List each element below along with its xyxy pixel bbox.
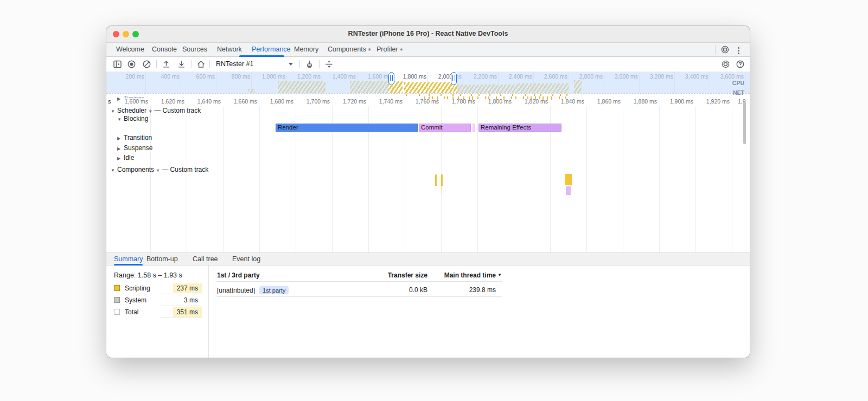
range-handle-left[interactable] <box>388 72 394 85</box>
tab-console[interactable]: Console <box>150 43 179 56</box>
flame-mark[interactable] <box>435 174 437 186</box>
record-button[interactable] <box>127 60 136 69</box>
net-request-tick <box>488 96 489 99</box>
flame-bar-remaining-effects[interactable]: Remaining Effects <box>478 124 561 132</box>
capture-settings-gear-icon[interactable] <box>721 60 730 69</box>
toggle-sidebar-icon[interactable] <box>113 60 122 69</box>
collapsed-triangle-icon[interactable]: ▶ <box>117 156 124 161</box>
party-name: [unattributed]1st party <box>217 286 289 294</box>
tab-components[interactable]: Components ∗ <box>326 43 374 56</box>
track-row-suspense[interactable]: ▶Suspense <box>117 144 152 152</box>
net-request-tick <box>419 94 420 96</box>
vertical-scrollbar[interactable] <box>743 102 746 144</box>
performance-toolbar: RNTester #1 <box>106 57 750 72</box>
collapsed-triangle-icon[interactable]: ▶ <box>117 146 124 151</box>
ruler-tick-label: 1,680 ms <box>269 98 295 105</box>
expanded-triangle-icon[interactable]: ▼ <box>117 117 124 122</box>
flame-mark[interactable] <box>565 174 572 185</box>
tab-sources[interactable]: Sources <box>180 43 209 56</box>
cpu-track-label: CPU <box>732 80 744 86</box>
help-icon[interactable] <box>736 60 745 69</box>
ruler-tick-label: 1,640 ms <box>196 98 222 105</box>
bottom-tab-bottom-up[interactable]: Bottom-up <box>146 253 178 266</box>
track-row-transition[interactable]: ▶Transition <box>117 134 152 141</box>
home-icon[interactable] <box>196 60 206 69</box>
flame-bar-fragment[interactable] <box>473 124 475 132</box>
total-swatch <box>114 309 120 315</box>
tab-performance[interactable]: Performance <box>250 43 293 56</box>
range-label: Range: 1.58 s – 1.93 s <box>114 271 182 279</box>
net-request-tick <box>500 94 501 96</box>
bottom-tab-event-log[interactable]: Event log <box>232 253 260 266</box>
expanded-triangle-icon[interactable]: ▼ <box>111 168 117 173</box>
col-header-mainthread[interactable]: Main thread time <box>436 271 496 279</box>
net-request-tick <box>472 96 473 100</box>
bottom-tab-summary[interactable]: Summary <box>114 253 143 266</box>
net-request-tick <box>539 96 540 99</box>
legend-divider <box>161 294 202 294</box>
net-request-tick <box>496 96 497 100</box>
flame-gridline <box>150 106 151 253</box>
net-request-tick <box>424 96 425 99</box>
flame-mark[interactable] <box>441 186 442 193</box>
stray-label-fragment: s <box>108 98 111 105</box>
ruler-tick-label: 1,840 ms <box>560 98 585 105</box>
timeline-overview[interactable]: 200 ms400 ms600 ms800 ms1,000 ms1,200 ms… <box>106 72 750 96</box>
sort-descending-icon[interactable]: ▼ <box>497 273 502 277</box>
net-request-tick <box>441 94 442 96</box>
net-request-tick <box>531 96 532 99</box>
toolbar-divider <box>209 60 210 68</box>
flame-bar-render[interactable]: Render <box>276 124 418 132</box>
garbage-collect-broom-icon[interactable] <box>305 60 314 69</box>
tab-network[interactable]: Network <box>215 43 244 56</box>
overview-dimmed-right <box>457 72 750 93</box>
more-options-kebab-icon[interactable] <box>738 46 739 55</box>
title-bar[interactable]: RNTester (iPhone 16 Pro) - React Native … <box>106 26 750 43</box>
track-row-idle[interactable]: ▶Idle <box>117 154 134 161</box>
summary-left-column: Range: 1.58 s – 1.93 s Scripting237 msSy… <box>106 266 209 358</box>
ruler-tick-label: 1,600 ms <box>124 98 149 105</box>
net-request-tick <box>437 96 438 100</box>
collapsed-triangle-icon[interactable]: ▶ <box>117 136 124 141</box>
net-request-tick <box>429 94 430 96</box>
load-profile-icon[interactable] <box>162 60 171 69</box>
net-request-tick <box>566 94 567 96</box>
flame-chart[interactable]: ▼Scheduler ∗ — Custom track ▼Blocking▶Tr… <box>106 106 750 253</box>
react-panel-marker: ∗ <box>366 47 372 52</box>
tabbar-divider <box>715 46 716 54</box>
net-request-tick <box>432 96 433 99</box>
track-row-blocking[interactable]: ▼Blocking <box>117 115 148 122</box>
tab-welcome[interactable]: Welcome <box>114 43 146 56</box>
net-request-tick <box>551 96 552 100</box>
col-header-party[interactable]: 1st / 3rd party <box>217 271 260 279</box>
toolbar-divider <box>319 60 320 68</box>
net-request-tick <box>542 96 544 100</box>
col-header-transfer[interactable]: Transfer size <box>373 271 427 279</box>
tab-profiler[interactable]: Profiler ∗ <box>374 43 406 56</box>
table-row[interactable]: [unattributed]1st party0.0 kB239.8 ms <box>217 285 502 296</box>
ruler-tick-label: 1,880 ms <box>633 98 658 105</box>
collapse-tracks-icon[interactable] <box>324 60 334 69</box>
device-selector[interactable]: RNTester #1 <box>216 59 253 69</box>
save-profile-icon[interactable] <box>177 60 186 69</box>
track-scheduler[interactable]: ▼Scheduler ∗ — Custom track <box>111 107 201 114</box>
flame-mark[interactable] <box>441 174 443 186</box>
toolbar-divider <box>156 60 157 68</box>
net-request-tick <box>452 94 454 96</box>
flame-gridline <box>623 106 623 253</box>
expanded-triangle-icon[interactable]: ▼ <box>111 109 117 114</box>
legend-value: 237 ms <box>173 283 202 293</box>
ruler-tick-label: 1,660 ms <box>233 98 258 105</box>
time-ruler[interactable]: ▶Timings s 1,600 ms1,620 ms1,640 ms1,660… <box>106 96 750 107</box>
range-handle-right[interactable] <box>451 72 457 85</box>
tab-memory[interactable]: Memory <box>292 43 321 56</box>
settings-gear-icon[interactable] <box>720 45 730 54</box>
bottom-tab-call-tree[interactable]: Call tree <box>193 253 218 266</box>
custom-track-marker: ∗ <box>156 167 160 173</box>
track-components[interactable]: ▼Components ∗ — Custom track <box>111 166 208 173</box>
bottom-tab-bar: SummaryBottom-upCall treeEvent log <box>106 253 750 266</box>
system-swatch <box>114 297 120 303</box>
flame-mark[interactable] <box>566 186 571 195</box>
flame-bar-commit[interactable]: Commit <box>419 124 471 132</box>
clear-icon[interactable] <box>142 60 151 69</box>
